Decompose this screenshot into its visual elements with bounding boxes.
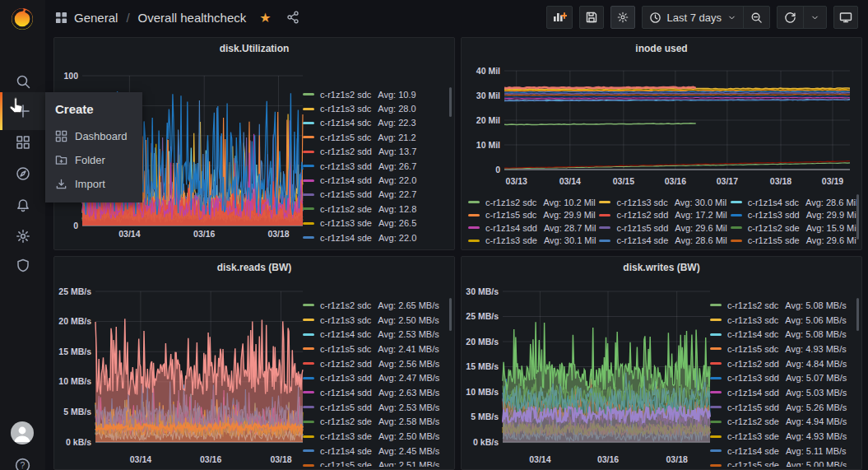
series-name[interactable]: c-r1z1s3 sdc	[616, 198, 667, 207]
legend-item[interactable]: c-r1z1s5 sddAvg: 5.26 MB/s	[710, 400, 856, 415]
menu-item-folder[interactable]: Folder	[45, 148, 142, 172]
series-name[interactable]: c-r1z1s4 sdd	[320, 388, 372, 398]
series-name[interactable]: c-r1z1s3 sdc	[320, 104, 371, 114]
dashboard-settings-button[interactable]	[610, 6, 635, 29]
panel-title[interactable]: inode used	[462, 38, 861, 58]
legend-item[interactable]: c-r1z1s4 sdcAvg: 5.08 MB/s	[710, 327, 856, 342]
series-name[interactable]: c-r1z1s2 sde	[320, 416, 372, 426]
series-name[interactable]: c-r1z1s2 sde	[748, 223, 800, 233]
legend-item[interactable]: c-r1z1s3 sdcAvg: 30.0 Mil	[599, 196, 726, 209]
series-name[interactable]: c-r1z1s4 sdc	[727, 329, 778, 339]
legend-item[interactable]: c-r1z1s4 sddAvg: 28.7 Mil	[468, 221, 596, 235]
legend-item[interactable]: c-r1z1s5 sdeAvg: 5.00 MB/s	[710, 458, 856, 467]
dashboards-icon[interactable]	[0, 127, 45, 158]
time-picker-button[interactable]: Last 7 days	[643, 7, 744, 28]
legend-item[interactable]: c-r1z1s4 sdeAvg: 5.11 MB/s	[710, 444, 856, 458]
legend-item[interactable]: c-r1z1s4 sdeAvg: 22.0	[303, 230, 449, 244]
legend-item[interactable]: c-r1z1s2 sddAvg: 4.84 MB/s	[710, 356, 856, 371]
menu-item-dashboard[interactable]: Dashboard	[45, 124, 142, 148]
create-plus-icon[interactable]	[0, 95, 45, 127]
series-name[interactable]: c-r1z1s4 sdd	[727, 388, 779, 398]
legend-item[interactable]: c-r1z1s3 sdcAvg: 2.50 MB/s	[303, 313, 449, 328]
series-name[interactable]: c-r1z1s5 sdd	[320, 189, 372, 199]
legend-scrollbar[interactable]	[856, 194, 859, 240]
legend-item[interactable]: c-r1z1s4 sdeAvg: 28.6 Mil	[599, 235, 726, 248]
series-name[interactable]: c-r1z1s5 sdd	[320, 403, 372, 412]
series-name[interactable]: c-r1z1s2 sdd	[320, 147, 372, 156]
series-name[interactable]: c-r1z1s5 sdc	[320, 133, 371, 142]
series-name[interactable]: c-r1z1s5 sdc	[485, 210, 536, 220]
legend-item[interactable]: c-r1z1s2 sddAvg: 13.7	[303, 145, 449, 159]
configuration-gear-icon[interactable]	[0, 221, 45, 252]
legend-item[interactable]: c-r1z1s2 sddAvg: 2.56 MB/s	[303, 356, 449, 371]
help-icon[interactable]: ?	[0, 449, 45, 470]
series-name[interactable]: c-r1z1s3 sde	[485, 235, 537, 245]
series-name[interactable]: c-r1z1s3 sde	[320, 431, 372, 441]
legend-item[interactable]: c-r1z1s3 sdeAvg: 2.50 MB/s	[303, 429, 449, 444]
series-name[interactable]: c-r1z1s2 sdd	[320, 359, 372, 369]
legend-item[interactable]: c-r1z1s4 sddAvg: 2.63 MB/s	[303, 385, 449, 400]
refresh-interval-dropdown[interactable]	[803, 7, 826, 28]
series-name[interactable]: c-r1z1s5 sdc	[320, 344, 371, 354]
series-name[interactable]: c-r1z1s5 sdc	[727, 344, 778, 354]
add-panel-button[interactable]	[546, 6, 573, 29]
series-name[interactable]: c-r1z1s5 sde	[320, 460, 372, 467]
series-name[interactable]: c-r1z1s5 sdd	[616, 223, 668, 233]
series-name[interactable]: c-r1z1s2 sdd	[727, 359, 779, 369]
series-name[interactable]: c-r1z1s2 sdc	[320, 300, 371, 310]
legend-item[interactable]: c-r1z1s4 sddAvg: 5.03 MB/s	[710, 385, 856, 400]
save-dashboard-button[interactable]	[579, 6, 604, 29]
series-name[interactable]: c-r1z1s2 sdc	[485, 198, 536, 207]
series-name[interactable]: c-r1z1s3 sdd	[320, 373, 372, 383]
share-icon[interactable]	[286, 11, 299, 24]
legend-item[interactable]: c-r1z1s4 sdeAvg: 2.45 MB/s	[303, 444, 449, 458]
legend-item[interactable]: c-r1z1s5 sddAvg: 2.53 MB/s	[303, 400, 449, 415]
legend-scrollbar[interactable]	[449, 298, 452, 331]
series-name[interactable]: c-r1z1s3 sdc	[727, 315, 778, 325]
series-name[interactable]: c-r1z1s4 sde	[616, 235, 668, 245]
panel-title[interactable]: disk.reads (BW)	[54, 257, 454, 277]
cycle-view-mode-button[interactable]	[833, 6, 858, 29]
user-avatar[interactable]	[11, 421, 34, 444]
series-name[interactable]: c-r1z1s2 sdc	[320, 90, 371, 100]
legend-item[interactable]: c-r1z1s5 sdcAvg: 4.93 MB/s	[710, 342, 856, 356]
series-name[interactable]: c-r1z1s3 sde	[727, 431, 779, 441]
zoom-out-button[interactable]	[743, 7, 769, 28]
legend-item[interactable]: c-r1z1s2 sdcAvg: 2.65 MB/s	[303, 298, 449, 313]
legend-item[interactable]: c-r1z1s3 sddAvg: 29.9 Mil	[731, 209, 856, 222]
series-name[interactable]: c-r1z1s4 sdc	[320, 118, 371, 128]
alerting-bell-icon[interactable]	[0, 190, 45, 221]
legend-item[interactable]: c-r1z1s2 sdeAvg: 15.9 Mil	[731, 221, 856, 235]
legend-item[interactable]: c-r1z1s5 sddAvg: 22.7	[303, 188, 449, 202]
series-name[interactable]: c-r1z1s4 sde	[320, 446, 372, 456]
legend-item[interactable]: c-r1z1s3 sdeAvg: 26.5	[303, 216, 449, 230]
series-name[interactable]: c-r1z1s2 sdd	[616, 210, 668, 220]
legend-item[interactable]: c-r1z1s2 sdcAvg: 10.2 Mil	[468, 196, 596, 209]
series-name[interactable]: c-r1z1s4 sdd	[485, 223, 537, 233]
legend-item[interactable]: c-r1z1s3 sddAvg: 26.7	[303, 159, 449, 173]
series-name[interactable]: c-r1z1s2 sde	[727, 416, 779, 426]
legend-item[interactable]: c-r1z1s2 sdeAvg: 4.94 MB/s	[710, 415, 856, 430]
legend-item[interactable]: c-r1z1s5 sdcAvg: 21.2	[303, 130, 449, 144]
explore-compass-icon[interactable]	[0, 158, 45, 189]
legend-item[interactable]: c-r1z1s4 sdcAvg: 2.53 MB/s	[303, 327, 449, 342]
series-name[interactable]: c-r1z1s3 sde	[320, 218, 372, 228]
legend-item[interactable]: c-r1z1s5 sdcAvg: 29.9 Mil	[468, 209, 596, 222]
refresh-button[interactable]	[777, 7, 803, 28]
grafana-logo[interactable]	[9, 6, 35, 32]
series-name[interactable]: c-r1z1s5 sdd	[727, 403, 779, 412]
series-name[interactable]: c-r1z1s4 sde	[727, 446, 779, 456]
legend-item[interactable]: c-r1z1s3 sdeAvg: 30.1 Mil	[468, 235, 596, 248]
panel-title[interactable]: disk.writes (BW)	[462, 257, 861, 277]
panel-title[interactable]: disk.Utilization	[54, 38, 454, 58]
legend-item[interactable]: c-r1z1s3 sdeAvg: 4.93 MB/s	[710, 429, 856, 444]
series-name[interactable]: c-r1z1s5 sde	[748, 235, 800, 245]
legend-item[interactable]: c-r1z1s3 sdcAvg: 5.06 MB/s	[710, 313, 856, 328]
legend-item[interactable]: c-r1z1s5 sdeAvg: 2.51 MB/s	[303, 458, 449, 467]
legend-scrollbar[interactable]	[449, 87, 452, 117]
series-name[interactable]: c-r1z1s3 sdd	[727, 373, 779, 383]
legend-item[interactable]: c-r1z1s5 sdeAvg: 29.6 Mil	[731, 235, 856, 248]
series-name[interactable]: c-r1z1s2 sde	[320, 204, 372, 214]
favorite-star-icon[interactable]: ★	[259, 10, 271, 26]
legend-item[interactable]: c-r1z1s2 sdcAvg: 10.9	[303, 87, 449, 101]
